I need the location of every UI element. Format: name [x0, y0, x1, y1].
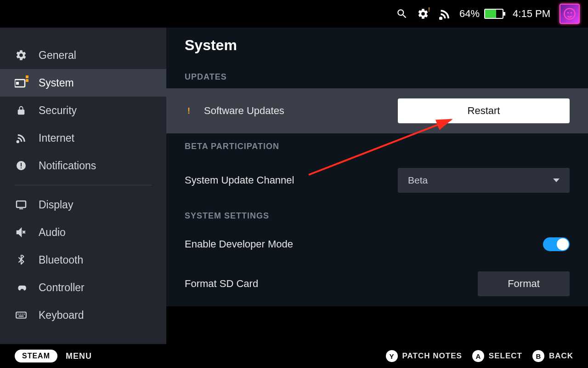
lock-icon: [15, 104, 28, 117]
svg-rect-12: [20, 314, 21, 315]
svg-point-1: [567, 12, 569, 14]
sidebar-item-label: Keyboard: [39, 309, 84, 322]
sidebar-item-label: General: [39, 49, 76, 62]
battery-status: 64%: [459, 8, 503, 20]
sidebar-item-display[interactable]: Display: [0, 191, 166, 218]
app-root: ! 64% 4:15 PM General: [0, 0, 588, 368]
sidebar-divider: [15, 185, 152, 185]
restart-button[interactable]: Restart: [398, 98, 570, 123]
row-format-sd: Format SD Card Format: [166, 261, 588, 306]
row-update-channel: System Update Channel Beta: [166, 158, 588, 203]
hint-label: SELECT: [489, 351, 522, 361]
hint-back[interactable]: B BACK: [532, 350, 573, 362]
svg-rect-8: [17, 201, 26, 207]
svg-rect-9: [19, 208, 23, 209]
svg-rect-11: [17, 314, 18, 315]
update-channel-select[interactable]: Beta: [398, 168, 570, 193]
search-icon[interactable]: [396, 8, 408, 20]
sidebar-item-label: Internet: [39, 132, 74, 144]
hint-label: BACK: [549, 351, 573, 361]
alert-icon: [15, 159, 28, 172]
dev-mode-toggle[interactable]: [543, 237, 570, 251]
bluetooth-icon: [15, 253, 28, 266]
sidebar-item-controller[interactable]: Controller: [0, 274, 166, 301]
svg-rect-7: [21, 167, 22, 168]
sidebar: General System Security Internet: [0, 28, 166, 344]
svg-rect-6: [21, 163, 22, 167]
steam-badge[interactable]: STEAM: [15, 350, 57, 362]
row-software-updates[interactable]: ! Software Updates Restart: [166, 88, 588, 133]
format-button[interactable]: Format: [478, 271, 570, 296]
a-button-icon: A: [472, 350, 484, 362]
section-beta: BETA PARTICIPATION: [166, 133, 588, 158]
b-button-icon: B: [532, 350, 544, 362]
y-button-icon: Y: [386, 350, 398, 362]
network-icon[interactable]: [438, 8, 450, 20]
battery-percent: 64%: [459, 8, 480, 20]
top-bar: ! 64% 4:15 PM: [0, 0, 588, 28]
audio-icon: [15, 226, 28, 239]
wifi-icon: [15, 132, 28, 144]
svg-rect-10: [16, 312, 26, 318]
keyboard-icon: [15, 309, 28, 322]
content-panel: System UPDATES ! Software Updates Restar…: [166, 28, 588, 306]
svg-rect-15: [19, 316, 24, 316]
controller-icon: [15, 281, 28, 294]
row-label: Enable Developer Mode: [185, 238, 293, 250]
sidebar-item-internet[interactable]: Internet: [0, 124, 166, 152]
sidebar-item-system[interactable]: System: [0, 69, 166, 97]
sidebar-item-label: System: [39, 77, 74, 89]
svg-rect-4: [16, 82, 19, 85]
row-dev-mode: Enable Developer Mode: [166, 227, 588, 261]
update-alert-icon: !: [185, 106, 193, 116]
display-icon: [15, 198, 28, 211]
sidebar-item-keyboard[interactable]: Keyboard: [0, 301, 166, 329]
svg-rect-14: [23, 314, 24, 315]
sidebar-item-general[interactable]: General: [0, 41, 166, 69]
sidebar-item-label: Bluetooth: [39, 254, 83, 266]
settings-icon[interactable]: !: [417, 8, 429, 20]
sidebar-item-label: Audio: [39, 226, 66, 239]
bottom-bar: STEAM MENU Y PATCH NOTES A SELECT B BACK: [0, 344, 588, 368]
hint-patch-notes[interactable]: Y PATCH NOTES: [386, 350, 462, 362]
row-label: System Update Channel: [185, 174, 294, 186]
sidebar-item-notifications[interactable]: Notifications: [0, 152, 166, 179]
section-updates: UPDATES: [166, 64, 588, 88]
clock: 4:15 PM: [513, 8, 550, 20]
avatar[interactable]: [560, 4, 580, 24]
section-system-settings: SYSTEM SETTINGS: [166, 203, 588, 227]
sidebar-item-label: Security: [39, 104, 77, 117]
main-area: General System Security Internet: [0, 28, 588, 344]
hint-select[interactable]: A SELECT: [472, 350, 522, 362]
battery-icon: [484, 9, 503, 19]
svg-point-2: [571, 12, 572, 14]
hint-label: PATCH NOTES: [402, 351, 462, 361]
sidebar-item-label: Notifications: [39, 160, 96, 172]
sidebar-item-bluetooth[interactable]: Bluetooth: [0, 246, 166, 274]
content-wrap: System UPDATES ! Software Updates Restar…: [166, 28, 588, 344]
menu-label: MENU: [66, 351, 92, 361]
page-title: System: [166, 37, 588, 64]
sidebar-item-audio[interactable]: Audio: [0, 218, 166, 246]
sidebar-item-label: Display: [39, 199, 73, 211]
row-label: Format SD Card: [185, 278, 258, 290]
svg-rect-13: [22, 314, 23, 315]
select-value: Beta: [408, 175, 428, 186]
sidebar-item-label: Controller: [39, 282, 85, 294]
chevron-down-icon: [553, 178, 560, 182]
sidebar-item-security[interactable]: Security: [0, 97, 166, 124]
system-icon: [15, 76, 28, 89]
gear-icon: [15, 49, 28, 62]
row-label: Software Updates: [204, 105, 284, 117]
